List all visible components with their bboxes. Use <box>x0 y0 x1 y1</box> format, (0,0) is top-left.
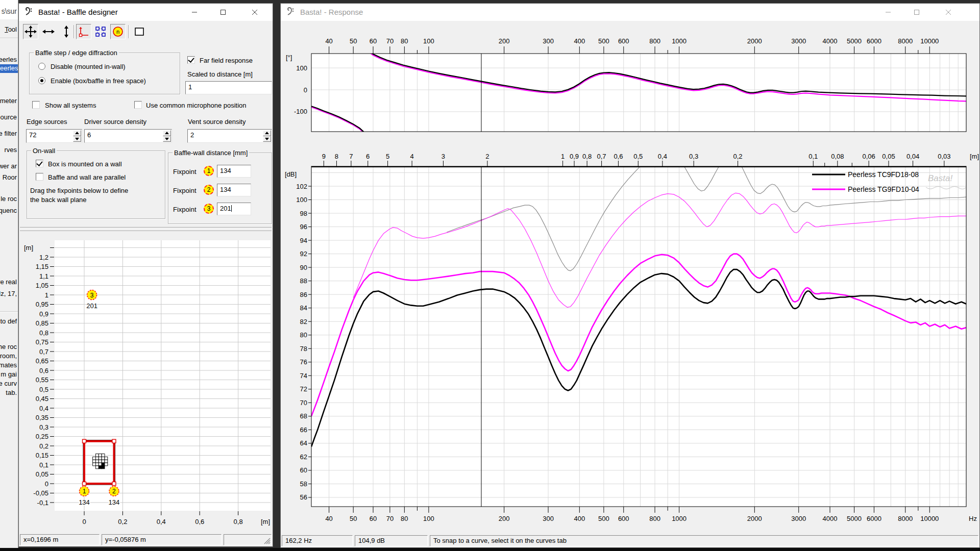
checkbox-label[interactable]: Far field response <box>200 57 253 64</box>
baffle-y-tick-label: 1,2 <box>39 254 48 261</box>
background-text-fragment[interactable]: Tool <box>5 26 17 33</box>
driver-mesh-cell <box>102 457 105 460</box>
baffle-x-tick-label: 0,2 <box>118 518 127 525</box>
fixpoint-3-input[interactable]: 201 <box>217 203 251 215</box>
checkbox-label[interactable]: Baffle and wall are parallel <box>48 173 126 181</box>
corner-handle[interactable] <box>112 439 116 443</box>
scaled-distance-input[interactable]: 1 <box>185 81 272 94</box>
baffle-y-tick-label: 0,75 <box>36 338 48 346</box>
edge-sources-spinner[interactable]: 72 <box>26 129 82 143</box>
phase-axis-tick-label: 100 <box>296 64 307 72</box>
bottom-axis-tick-label: 70 <box>386 515 394 522</box>
splitter[interactable] <box>20 231 272 232</box>
splitter[interactable] <box>20 227 272 228</box>
wavelength-tick-label: 2 <box>485 153 489 160</box>
baffle-y-tick-label: 0,45 <box>36 395 48 403</box>
fixpoint-2-input[interactable]: 134 <box>217 184 251 196</box>
numbering-tool-button[interactable]: n <box>110 24 126 39</box>
number-badge-icon: n <box>112 26 124 38</box>
baffle-titlebar[interactable]: Basta! - Baffle designer <box>19 4 273 21</box>
top-axis-tick-label: 600 <box>618 37 629 45</box>
box-on-wall-checkbox[interactable] <box>36 160 43 167</box>
radio-enable-freespace[interactable] <box>38 77 45 84</box>
baffle-designer-window: Basta! - Baffle designer n <box>18 3 273 547</box>
spin-up-button[interactable] <box>263 130 271 136</box>
bottom-axis-tick-label: 600 <box>618 515 629 522</box>
axis-origin-icon <box>78 26 90 38</box>
checkbox-label[interactable]: Box is mounted on a wall <box>48 160 122 168</box>
maximize-button[interactable] <box>905 4 928 21</box>
minimize-button[interactable] <box>183 4 206 21</box>
spin-down-button[interactable] <box>73 136 81 142</box>
taskbar-strip[interactable] <box>0 548 980 551</box>
close-button[interactable] <box>243 4 266 21</box>
corner-handle[interactable] <box>83 482 86 486</box>
response-plots[interactable]: 4050607080100200300400500600800100020003… <box>281 22 979 534</box>
fixpoint-number: 2 <box>112 488 116 495</box>
spin-up-button[interactable] <box>73 130 81 136</box>
horizontal-move-tool-button[interactable] <box>41 24 56 39</box>
driver-density-spinner[interactable]: 6 <box>84 129 172 143</box>
response-titlebar[interactable]: Basta! - Response <box>281 4 979 21</box>
bottom-axis-tick-label: 60 <box>370 515 377 522</box>
corner-handle[interactable] <box>112 482 116 486</box>
driver-mesh-cell <box>95 463 99 466</box>
wavelength-tick-label: 0,03 <box>938 153 950 160</box>
db-axis-tick-label: 72 <box>300 385 307 393</box>
background-list-item-selected[interactable]: eerles <box>0 64 18 73</box>
common-microphone-checkbox[interactable] <box>134 101 142 109</box>
close-button[interactable] <box>937 4 960 21</box>
spin-down-button[interactable] <box>163 136 171 142</box>
fixpoint-label: Fixpoint <box>173 187 197 194</box>
driver-mesh-cell <box>99 454 102 457</box>
rectangle-tool-button[interactable] <box>132 24 147 39</box>
show-all-systems-checkbox[interactable] <box>32 101 40 109</box>
baffle-x-tick-label: 0,8 <box>234 518 243 525</box>
legend-label[interactable]: Peerless TC9FD18-08 <box>848 170 919 179</box>
far-field-checkbox[interactable] <box>187 56 195 64</box>
top-axis-tick-label: 80 <box>401 37 408 45</box>
baffle-y-tick-label: 0,7 <box>39 348 48 356</box>
scaled-distance-value: 1 <box>188 83 192 91</box>
maximize-button[interactable] <box>212 4 234 21</box>
fixpoint-1-input[interactable]: 134 <box>217 165 251 178</box>
checkbox-label[interactable]: Show all systems <box>45 102 96 109</box>
checkbox-label[interactable]: Use common microphone position <box>146 102 247 109</box>
top-axis-tick-label: 400 <box>574 37 585 45</box>
corner-handle[interactable] <box>83 439 86 443</box>
background-text-fragment: tab. <box>6 389 17 396</box>
minimize-button[interactable] <box>877 4 899 21</box>
diffraction-groupbox: Baffle step / edge diffraction <box>29 53 180 94</box>
legend-label[interactable]: Peerless TG9FD10-04 <box>848 185 919 193</box>
db-axis-tick-label: 62 <box>300 453 307 461</box>
background-text-fragment: eerles <box>0 56 17 63</box>
move-tool-button[interactable] <box>23 24 38 39</box>
radio-label[interactable]: Disable (mounted in-wall) <box>51 63 126 70</box>
status-filler <box>224 534 272 545</box>
top-axis-tick-label: 4000 <box>823 37 838 45</box>
driver-mesh-cell <box>99 457 102 460</box>
db-axis-tick-label: 76 <box>300 358 307 366</box>
divider <box>0 312 18 312</box>
resize-grip[interactable] <box>263 537 271 544</box>
background-text-fragment: e filter <box>0 130 17 137</box>
spin-up-button[interactable] <box>163 130 171 136</box>
baffle-layout-plot[interactable]: [m]1,21,151,11,0510,950,90,850,80,750,70… <box>21 234 272 533</box>
top-axis-tick-label: 500 <box>598 37 609 45</box>
bottom-axis-tick-label: 6000 <box>867 515 881 522</box>
magnitude-plot[interactable]: Peerless TC9FD18-08Peerless TG9FD10-04Ba… <box>311 151 966 507</box>
phase-plot[interactable] <box>311 47 966 133</box>
frequency-unit-label: Hz <box>969 515 977 522</box>
radio-label[interactable]: Enable (box/baffle in free space) <box>51 77 146 85</box>
wavelength-tick-label: 5 <box>386 153 389 160</box>
baffle-y-tick-label: 0,6 <box>39 367 48 374</box>
baffle-wall-parallel-checkbox[interactable] <box>36 173 43 181</box>
vent-density-spinner[interactable]: 2 <box>187 129 272 143</box>
radio-disable-inwall[interactable] <box>38 63 45 70</box>
spin-down-button[interactable] <box>263 136 271 142</box>
corner-handles-tool-button[interactable] <box>93 24 108 39</box>
baffle-y-tick-label: 0,9 <box>39 310 48 318</box>
baffle-y-tick-label: 1,15 <box>36 263 48 270</box>
axis-origin-tool-button[interactable] <box>76 24 91 39</box>
vertical-move-tool-button[interactable] <box>59 24 74 39</box>
